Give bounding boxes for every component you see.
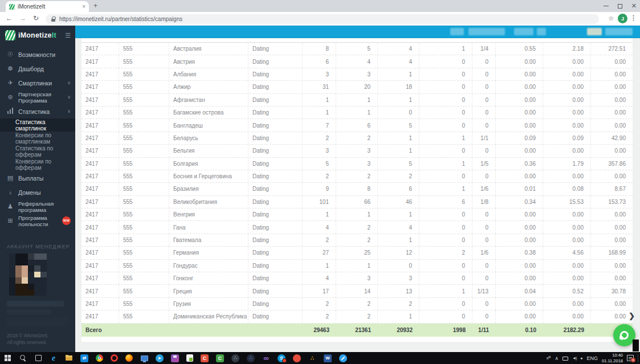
taskbar-paw-app-icon[interactable]: ∴ xyxy=(308,354,316,362)
sidebar-item-label: Статистика xyxy=(18,108,50,115)
sidebar-item-domains[interactable]: ♁ Домены xyxy=(0,185,75,199)
cell-vertical: Dating xyxy=(248,55,303,67)
sidebar-item-smartlinks[interactable]: ✈ Смартлинки ∨ xyxy=(0,76,75,90)
sidebar-item-payouts[interactable]: ▤ Выплаты xyxy=(0,171,75,185)
show-desktop-divider[interactable] xyxy=(638,354,638,362)
cell-vertical: Dating xyxy=(248,145,303,157)
cell-vertical: Dating xyxy=(248,68,303,80)
cell-value: 9 xyxy=(303,183,336,195)
action-center-icon[interactable]: 6 xyxy=(627,355,634,361)
taskbar-task-view-icon[interactable] xyxy=(34,354,42,362)
table-row[interactable]: 2417 555 Гондурас Dating 1 1 0 0 0 0.00 … xyxy=(81,260,633,272)
table-row[interactable]: 2417 555 Австралия Dating 8 5 4 1 1/4 0.… xyxy=(81,43,633,55)
table-row[interactable]: 2417 555 Греция Dating 17 14 13 1 1/13 0… xyxy=(81,285,633,297)
table-row[interactable]: 2417 555 Грузия Dating 2 2 2 0 0 0.00 0.… xyxy=(81,298,633,310)
taskbar-chrome-icon[interactable] xyxy=(96,354,103,362)
tray-expand-icon[interactable]: ∧ xyxy=(555,355,559,361)
sidebar-subitem-offer-statistics[interactable]: Статистика по офферам xyxy=(0,145,75,158)
sidebar-subitem-smartlink-statistics[interactable]: Статистика смартлинок xyxy=(0,118,75,132)
cell-value: 1/13 xyxy=(472,285,496,297)
taskbar-search-icon[interactable] xyxy=(19,354,27,362)
taskbar-c-green-icon[interactable]: C xyxy=(216,354,224,362)
sidebar-subitem-offer-conversions[interactable]: Конверсии по офферам xyxy=(0,158,75,171)
bookmark-star-icon[interactable]: ☆ xyxy=(608,15,614,22)
brand-logo[interactable]: iMonetizeIt ☰ xyxy=(0,26,75,43)
sidebar-item-referral-program[interactable]: ♟ Реферальная программа xyxy=(0,199,75,214)
tab-close-icon[interactable]: × xyxy=(82,3,85,10)
table-row[interactable]: 2417 555 Албания Dating 3 3 1 0 0 0.00 0… xyxy=(81,68,633,81)
taskbar-teamviewer-icon[interactable]: ⇄ xyxy=(80,354,88,362)
table-row[interactable]: 2417 555 Беларусь Dating 2 2 1 1 1/1 0.0… xyxy=(81,132,633,145)
cell-value: 0.00 xyxy=(543,55,591,67)
taskbar-edge-icon[interactable]: e xyxy=(50,354,58,362)
taskbar-c-red-icon[interactable]: C xyxy=(201,354,209,362)
taskbar-firefox-icon[interactable] xyxy=(125,354,133,362)
blurred-contact-line xyxy=(7,317,68,326)
taskbar-app-blue-dots-icon[interactable]: ∴ xyxy=(247,354,255,362)
sidebar-item-statistics[interactable]: Статистика ∨ xyxy=(0,104,75,118)
sidebar-item-partner-program[interactable]: ⊛ Партнерская Программа ∨ xyxy=(0,90,75,104)
cell-value: 13 xyxy=(378,285,419,297)
tray-app-icon[interactable]: ● xyxy=(580,356,582,360)
table-row[interactable]: 2417 555 Бангладеш Dating 7 6 5 0 0 0.00… xyxy=(81,119,633,132)
cell-value: 0 xyxy=(472,310,496,322)
cell-value: 1 xyxy=(303,94,336,106)
sidebar-collapse-icon[interactable]: ☰ xyxy=(65,32,71,39)
sidebar-subitem-smartlink-conversions[interactable]: Конверсии по смартлинкам xyxy=(0,132,75,145)
cell-vertical: Dating xyxy=(248,81,303,93)
sidebar-item-dashboard[interactable]: ☸ Дашборд xyxy=(0,62,75,76)
total-value: 29463 xyxy=(303,324,336,337)
refresh-icon[interactable]: ↻ xyxy=(33,14,39,22)
cell-value: 1 xyxy=(303,107,336,118)
minimize-icon[interactable] xyxy=(604,6,609,6)
browser-menu-icon[interactable]: ⋮ xyxy=(630,14,637,22)
taskbar-skype-icon[interactable]: S xyxy=(278,354,286,362)
table-row[interactable]: 2417 555 Германия Dating 27 25 12 2 1/6 … xyxy=(81,247,633,259)
table-row[interactable]: 2417 555 Доминиканская Республика Dating… xyxy=(81,310,633,323)
table-row[interactable]: 2417 555 Багамские острова Dating 1 1 0 … xyxy=(81,107,633,119)
table-row[interactable]: 2417 555 Босния и Герцеговина Dating 2 2… xyxy=(81,170,633,183)
table-row[interactable]: 2417 555 Афганистан Dating 1 1 1 0 0 0.0… xyxy=(81,94,633,107)
taskbar-opera-icon[interactable] xyxy=(111,354,118,362)
table-row[interactable]: 2417 555 Австрия Dating 6 4 4 0 0 0.00 0… xyxy=(81,55,633,68)
browser-profile-avatar[interactable]: J xyxy=(618,14,627,23)
taskbar-floppy-app-icon[interactable] xyxy=(171,354,179,362)
table-row[interactable]: 2417 555 Болгария Dating 5 3 5 1 1/5 0.3… xyxy=(81,158,633,170)
forward-icon[interactable]: → xyxy=(19,14,26,22)
taskbar-visual-studio-icon[interactable]: ∞ xyxy=(262,354,270,362)
taskbar-notepad-plus-icon[interactable] xyxy=(186,354,193,362)
back-icon[interactable]: ← xyxy=(6,14,13,22)
taskbar-red-app-icon[interactable] xyxy=(293,354,301,362)
taskbar-clock[interactable]: 10:40 01.11.2018 xyxy=(602,353,623,364)
table-row[interactable]: 2417 555 Венгрия Dating 1 1 1 0 0 0.00 0… xyxy=(81,208,633,221)
taskbar-start-icon[interactable] xyxy=(3,354,11,362)
tray-remote-icon[interactable]: xᴿ xyxy=(547,355,551,361)
table-row[interactable]: 2417 555 Гватемала Dating 2 2 1 0 0 0.00… xyxy=(81,234,633,247)
browser-tab[interactable]: iMonetizeIt × xyxy=(6,1,89,12)
close-icon[interactable]: ✕ xyxy=(631,3,637,9)
cell-country: Гана xyxy=(169,221,248,233)
cell-value: 0.00 xyxy=(591,107,633,118)
new-tab-button[interactable]: + xyxy=(93,2,97,10)
sidebar-item-opportunities[interactable]: ☉ Возможности xyxy=(0,47,75,62)
sidebar-item-loyalty-program[interactable]: ⊞ Программа лояльности NEW xyxy=(0,214,75,228)
network-icon[interactable] xyxy=(562,357,568,361)
taskbar-app-dark-dots-icon[interactable]: ∴ xyxy=(231,354,239,362)
url-field[interactable]: https://imonetizeit.ru/partner/statistic… xyxy=(46,14,599,24)
table-row[interactable]: 2417 555 Великобритания Dating 101 66 46… xyxy=(81,196,633,208)
taskbar-lens-app-icon[interactable] xyxy=(339,354,347,362)
language-indicator[interactable]: ENG xyxy=(587,355,598,361)
taskbar-system-monitor-icon[interactable] xyxy=(140,354,148,362)
table-row[interactable]: 2417 555 Бельгия Dating 3 3 1 0 0 0.00 0… xyxy=(81,145,633,157)
table-row[interactable]: 2417 555 Алжир Dating 31 20 18 0 0 0.00 … xyxy=(81,81,633,93)
taskbar-telegram-icon[interactable]: ➤ xyxy=(156,354,164,362)
total-label: Всего xyxy=(81,324,119,337)
table-row[interactable]: 2417 555 Гана Dating 4 2 4 0 0 0.00 0.00… xyxy=(81,221,633,234)
maximize-icon[interactable] xyxy=(618,4,622,9)
horizontal-scroll-next-icon[interactable]: ❯ xyxy=(629,312,635,320)
table-row[interactable]: 2417 555 Гонконг Dating 4 3 3 0 0 0.00 0… xyxy=(81,272,633,285)
volume-icon[interactable]: ◄) xyxy=(572,356,576,360)
table-row[interactable]: 2417 555 Бразилия Dating 9 8 6 1 1/6 0.0… xyxy=(81,183,633,195)
taskbar-file-explorer-icon[interactable] xyxy=(65,354,73,362)
taskbar-word-icon[interactable]: W xyxy=(324,354,332,362)
